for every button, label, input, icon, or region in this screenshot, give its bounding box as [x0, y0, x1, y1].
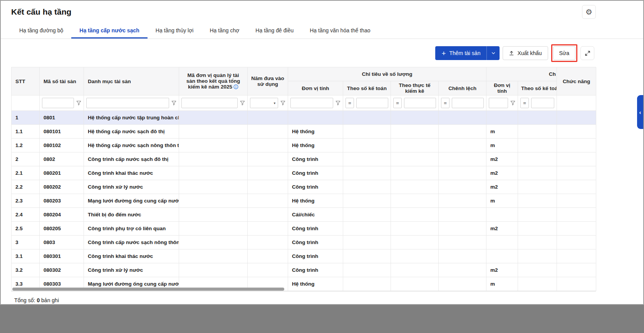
- cell-accounting[interactable]: [343, 236, 391, 249]
- table-row[interactable]: 3 0803 Công trình cấp nước sạch nông thô…: [12, 236, 596, 249]
- cell-actual[interactable]: [391, 152, 439, 166]
- col-header-unit2[interactable]: Đơn vị tính: [486, 81, 518, 95]
- cell-unit[interactable]: Công trình: [288, 249, 343, 263]
- cell-accounting[interactable]: [343, 194, 391, 208]
- settings-button[interactable]: ⚙: [582, 5, 596, 19]
- cell-asset-category[interactable]: Công trình khai thác nước: [84, 249, 179, 263]
- tab-0[interactable]: Hạ tầng đường bộ: [11, 23, 71, 38]
- cell-unit2[interactable]: [486, 236, 518, 249]
- filter-operator-equals[interactable]: =: [441, 98, 449, 108]
- cell-accounting[interactable]: [343, 139, 391, 152]
- col-header-stt[interactable]: STT: [12, 67, 40, 95]
- cell-asset-code[interactable]: 0801: [40, 111, 84, 125]
- table-row[interactable]: 2.3 080203 Mạng lưới đường ống cung cấp …: [12, 194, 596, 208]
- table-row[interactable]: 3.1 080301 Công trình khai thác nước Côn…: [12, 249, 596, 263]
- cell-unit2[interactable]: m: [486, 139, 518, 152]
- filter-funnel-icon[interactable]: [510, 100, 515, 105]
- cell-unit[interactable]: Công trình: [288, 180, 343, 194]
- filter-funnel-icon[interactable]: [280, 100, 285, 105]
- cell-unit2[interactable]: m2: [486, 166, 518, 180]
- cell-unit2[interactable]: [486, 208, 518, 222]
- cell-unit-code[interactable]: [179, 139, 248, 152]
- cell-year[interactable]: [248, 208, 288, 222]
- cell-actual[interactable]: [391, 236, 439, 249]
- cell-difference[interactable]: [439, 236, 486, 249]
- cell-year[interactable]: [248, 152, 288, 166]
- cell-unit[interactable]: Công trình: [288, 263, 343, 277]
- filter-accounting2-input[interactable]: [531, 98, 554, 108]
- cell-function[interactable]: [557, 111, 596, 125]
- filter-accounting-input[interactable]: [356, 98, 388, 108]
- tab-1[interactable]: Hạ tầng cấp nước sạch: [71, 23, 147, 38]
- cell-asset-code[interactable]: 0802: [40, 152, 84, 166]
- cell-asset-code[interactable]: 0803: [40, 236, 84, 249]
- cell-actual[interactable]: [391, 263, 439, 277]
- cell-accounting2[interactable]: [518, 263, 557, 277]
- filter-funnel-icon[interactable]: [171, 100, 176, 105]
- cell-difference[interactable]: [439, 277, 486, 291]
- cell-function[interactable]: [557, 222, 596, 236]
- add-asset-button[interactable]: + Thêm tài sản: [435, 46, 500, 60]
- cell-stt[interactable]: 3: [12, 236, 40, 249]
- cell-difference[interactable]: [439, 166, 486, 180]
- table-row[interactable]: 2.5 080205 Công trình phụ trợ có liên qu…: [12, 222, 596, 236]
- cell-year[interactable]: [248, 222, 288, 236]
- tab-4[interactable]: Hạ tầng đê điều: [247, 23, 302, 38]
- filter-unit-code-input[interactable]: [181, 98, 238, 108]
- cell-function[interactable]: [557, 263, 596, 277]
- cell-stt[interactable]: 1.1: [12, 125, 40, 139]
- cell-unit-code[interactable]: [179, 249, 248, 263]
- col-header-year[interactable]: Năm đưa vào sử dụng: [248, 67, 288, 95]
- cell-accounting[interactable]: [343, 277, 391, 291]
- table-row[interactable]: 2.2 080202 Công trình xử lý nước Công tr…: [12, 180, 596, 194]
- cell-unit[interactable]: Hệ thống: [288, 139, 343, 152]
- cell-difference[interactable]: [439, 263, 486, 277]
- cell-asset-category[interactable]: Hệ thống cấp nước tập trung hoàn chỉ...: [84, 111, 179, 125]
- cell-unit-code[interactable]: [179, 152, 248, 166]
- cell-actual[interactable]: [391, 208, 439, 222]
- cell-function[interactable]: [557, 236, 596, 249]
- cell-unit-code[interactable]: [179, 180, 248, 194]
- cell-year[interactable]: [248, 249, 288, 263]
- cell-actual[interactable]: [391, 139, 439, 152]
- info-icon[interactable]: [233, 84, 238, 90]
- cell-accounting2[interactable]: [518, 194, 557, 208]
- table-row[interactable]: 2.4 080204 Thiết bị đo đếm nước Cái/chiế…: [12, 208, 596, 222]
- add-asset-dropdown[interactable]: [486, 46, 500, 60]
- cell-accounting[interactable]: [343, 166, 391, 180]
- tab-2[interactable]: Hạ tầng thủy lợi: [148, 23, 202, 38]
- cell-function[interactable]: [557, 180, 596, 194]
- filter-actual-input[interactable]: [404, 98, 436, 108]
- collapse-panel-handle[interactable]: ‹: [637, 95, 643, 129]
- cell-stt[interactable]: 3.1: [12, 249, 40, 263]
- col-header-asset-code[interactable]: Mã số tài sản: [40, 67, 84, 95]
- cell-actual[interactable]: [391, 180, 439, 194]
- cell-accounting2[interactable]: [518, 125, 557, 139]
- cell-asset-code[interactable]: 080203: [40, 194, 84, 208]
- cell-year[interactable]: [248, 263, 288, 277]
- cell-asset-category[interactable]: Công trình cấp nước sạch đô thị: [84, 152, 179, 166]
- filter-year-input[interactable]: [250, 98, 278, 108]
- cell-unit[interactable]: Hệ thống: [288, 277, 343, 291]
- cell-actual[interactable]: [391, 166, 439, 180]
- cell-unit[interactable]: Cái/chiếc: [288, 208, 343, 222]
- table-row[interactable]: 3.2 080302 Công trình xử lý nước Công tr…: [12, 263, 596, 277]
- col-header-actual[interactable]: Theo thực tế kiểm kê: [391, 81, 439, 95]
- cell-accounting[interactable]: [343, 263, 391, 277]
- cell-function[interactable]: [557, 125, 596, 139]
- fullscreen-button[interactable]: [580, 46, 594, 60]
- cell-asset-code[interactable]: 080102: [40, 139, 84, 152]
- cell-unit2[interactable]: m: [486, 125, 518, 139]
- cell-accounting[interactable]: [343, 222, 391, 236]
- col-header-unit-code[interactable]: Mã đơn vị quản lý tài sản theo kết quả t…: [179, 67, 248, 95]
- cell-actual[interactable]: [391, 194, 439, 208]
- cell-stt[interactable]: 2.4: [12, 208, 40, 222]
- cell-stt[interactable]: 1: [12, 111, 40, 125]
- cell-year[interactable]: [248, 125, 288, 139]
- cell-unit2[interactable]: m: [486, 277, 518, 291]
- filter-year-combo[interactable]: ▼: [250, 98, 278, 108]
- cell-function[interactable]: [557, 249, 596, 263]
- cell-difference[interactable]: [439, 222, 486, 236]
- cell-accounting2[interactable]: [518, 111, 557, 125]
- cell-unit2[interactable]: m: [486, 194, 518, 208]
